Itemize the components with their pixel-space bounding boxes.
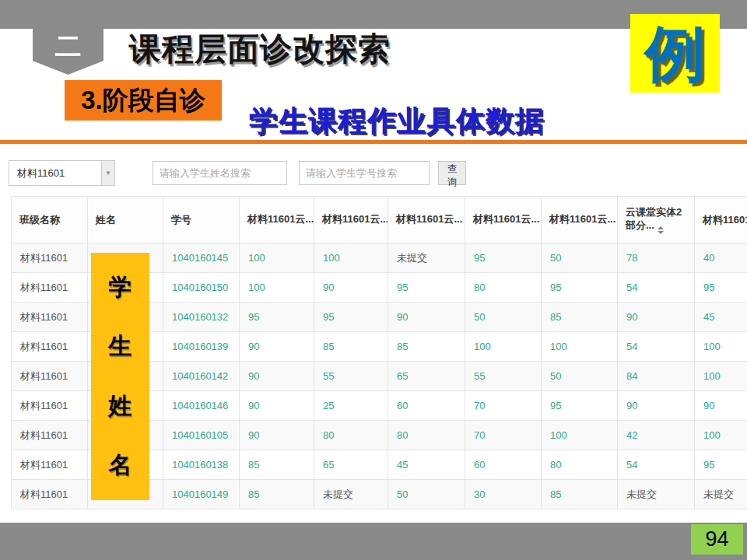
page-number-badge: 94 (691, 524, 743, 555)
table-cell: 95 (240, 303, 314, 332)
table-cell: 90 (618, 303, 695, 332)
table-cell: 未提交 (314, 480, 388, 509)
table-cell: 未提交 (695, 480, 747, 509)
table-cell: 95 (695, 450, 747, 480)
table-cell: 1040160105 (163, 421, 240, 450)
column-header-0: 班级名称 (12, 197, 88, 243)
column-header-6[interactable]: 材料11601云... (465, 197, 542, 243)
class-select-value: 材料11601 (9, 161, 114, 185)
table-cell: 1040160142 (163, 362, 240, 391)
table-cell: 1040160149 (163, 480, 240, 509)
chevron-down-icon[interactable]: ▼ (101, 161, 114, 185)
table-cell: 100 (695, 362, 747, 391)
table-cell: 60 (465, 450, 542, 480)
table-cell: 1040160146 (163, 391, 240, 421)
column-header-label: 材料11601云... (322, 213, 388, 225)
table-cell: 95 (314, 303, 388, 332)
section-banner: 二 (33, 29, 103, 75)
orange-divider (0, 140, 747, 144)
table-cell: 45 (695, 303, 747, 332)
column-header-1: 姓名 (88, 197, 163, 243)
table-cell: 100 (240, 243, 314, 273)
column-header-9: 材料11601 (695, 197, 747, 243)
table-cell: 85 (240, 450, 314, 480)
table-cell: 70 (465, 391, 542, 421)
table-cell: 1040160132 (163, 303, 240, 332)
section-number: 二 (55, 29, 82, 63)
column-header-5[interactable]: 材料11601云... (388, 197, 465, 243)
table-cell: 90 (240, 362, 314, 391)
table-cell: 100 (695, 421, 747, 450)
table-cell: 90 (240, 332, 314, 362)
table-cell: 100 (314, 243, 388, 273)
table-cell: 54 (618, 273, 695, 303)
table-cell: 60 (388, 391, 465, 421)
table-cell: 90 (618, 391, 695, 421)
table-cell: 1040160150 (163, 273, 240, 303)
table-cell: 25 (314, 391, 388, 421)
column-header-label: 材料11601云... (473, 213, 539, 225)
table-cell: 78 (618, 243, 695, 273)
table-cell: 80 (314, 421, 388, 450)
table-cell: 95 (465, 243, 542, 273)
student-name-search-input[interactable] (153, 161, 287, 185)
column-header-label: 学号 (171, 214, 191, 226)
column-header-7[interactable]: 材料11601云... (542, 197, 618, 243)
student-name-cover-overlay: 学生姓名 (91, 253, 149, 500)
column-header-8[interactable]: 云课堂实体2部分... (618, 197, 695, 243)
overlay-char: 生 (109, 331, 132, 362)
table-cell: 42 (618, 421, 695, 450)
table-cell: 1040160139 (163, 332, 240, 362)
table-cell: 材料11601 (12, 332, 88, 362)
table-cell: 100 (542, 332, 618, 362)
table-cell: 材料11601 (12, 421, 88, 450)
table-cell: 50 (542, 362, 618, 391)
table-cell: 90 (240, 391, 314, 421)
table-cell: 1040160145 (163, 243, 240, 273)
page-title: 课程层面诊改探索 (129, 28, 391, 71)
overlay-char: 名 (109, 450, 132, 481)
table-cell: 54 (618, 450, 695, 480)
table-cell: 90 (314, 273, 388, 303)
table-cell: 100 (240, 273, 314, 303)
table-cell: 55 (314, 362, 388, 391)
class-select[interactable]: 材料11601 ▼ (9, 160, 115, 186)
table-cell: 70 (465, 421, 542, 450)
column-header-label: 材料11601云... (396, 213, 462, 225)
table-cell: 100 (542, 421, 618, 450)
sort-icon[interactable] (658, 226, 664, 234)
slide-root: 二 课程层面诊改探索 例 3.阶段自诊 学生课程作业具体数据 材料11601 ▼… (0, 0, 747, 560)
column-header-label: 材料11601云... (549, 213, 615, 225)
table-cell: 50 (542, 243, 618, 273)
example-badge-label: 例 (645, 23, 706, 84)
table-cell: 材料11601 (12, 480, 88, 509)
table-cell: 65 (314, 450, 388, 480)
table-cell: 65 (388, 362, 465, 391)
table-cell: 85 (240, 480, 314, 509)
student-id-search-input[interactable] (299, 161, 430, 185)
table-cell: 80 (465, 273, 542, 303)
table-cell: 45 (388, 450, 465, 480)
slide-subtitle: 学生课程作业具体数据 (249, 102, 545, 141)
query-button[interactable]: 查询 (438, 161, 466, 185)
overlay-char: 姓 (109, 390, 132, 422)
column-header-label: 材料11601云... (247, 213, 314, 225)
table-cell: 85 (314, 332, 388, 362)
table-cell: 30 (465, 480, 542, 509)
table-cell: 40 (695, 243, 747, 273)
table-cell: 材料11601 (12, 450, 88, 480)
column-header-label: 云课堂实体2部分... (626, 206, 682, 231)
table-cell: 80 (542, 450, 618, 480)
column-header-4[interactable]: 材料11601云... (314, 197, 388, 243)
table-cell: 95 (542, 391, 618, 421)
column-header-3[interactable]: 材料11601云... (240, 197, 314, 243)
table-cell: 85 (542, 480, 618, 509)
table-cell: 95 (542, 273, 618, 303)
table-cell: 材料11601 (12, 303, 88, 332)
table-cell: 未提交 (618, 480, 695, 509)
example-badge: 例 (630, 14, 720, 93)
table-cell: 90 (695, 391, 747, 421)
column-header-label: 姓名 (96, 214, 116, 226)
table-cell: 1040160138 (163, 450, 240, 480)
table-cell: 材料11601 (12, 391, 88, 421)
